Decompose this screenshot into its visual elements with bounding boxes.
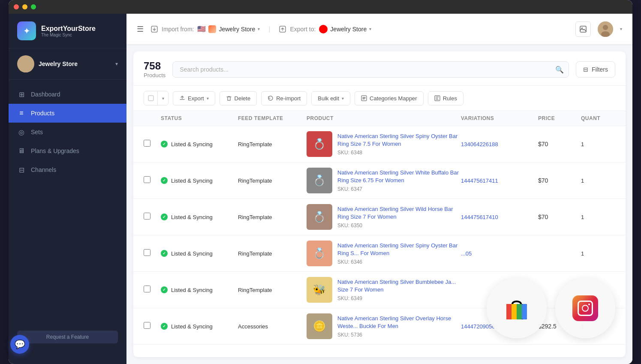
product-info: Native American Sterling Silver White Bu… [337,169,461,192]
price-cell: $292.5 [538,323,581,330]
titlebar [9,0,632,14]
count-number: 758 [144,60,166,72]
product-cell: 💍 Native American Sterling Silver White … [307,168,461,193]
table-row: Listed & Syncing RingTemplate 🐝 Native A… [133,272,626,308]
products-icon: ≡ [17,109,26,117]
request-feature-button[interactable]: Request a Feature [17,331,118,343]
status-label: Listed & Syncing [171,287,213,293]
status-dot [161,286,168,293]
feed-template: RingTemplate [238,141,307,147]
rules-button[interactable]: Rules [428,91,463,105]
product-sku: SKU: 6350 [337,223,461,229]
topbar-right: ▾ [575,21,622,37]
product-thumbnail: 💍 [307,131,332,157]
import-store-selector[interactable]: 🇺🇸 Jewelry Store ▾ [197,25,260,33]
sidebar-store[interactable]: Jewelry Store ▾ [9,48,126,80]
checkbox-arrow-icon[interactable]: ▾ [158,91,168,105]
export-button[interactable]: Export ▾ [173,91,215,105]
product-name-link[interactable]: Native American Sterling Silver White Bu… [337,169,461,184]
user-avatar-topbar[interactable] [598,21,613,37]
export-store-icon [319,25,328,33]
sidebar-item-dashboard[interactable]: ⊞ Dashboard [9,85,126,104]
product-info: Native American Sterling Silver Overlay … [337,315,461,338]
toolbar: ▾ Export ▾ Delete Re-import [133,86,626,111]
filters-button[interactable]: ⊟ Filters [576,61,615,78]
product-name-link[interactable]: Native American Sterling Silver Spiny Oy… [337,242,461,257]
product-cell: 💍 Native American Sterling Silver Spiny … [307,131,461,157]
row-checkbox[interactable] [144,322,161,331]
feed-template: Accessories [238,323,307,330]
sidebar-item-plans[interactable]: 🖥 Plans & Upgrades [9,141,126,160]
feed-template: RingTemplate [238,287,307,293]
status-label: Listed & Syncing [171,177,213,184]
sidebar-item-sets[interactable]: ◎ Sets [9,123,126,141]
col-product: Product [307,115,461,121]
variation-link[interactable]: 134064226188 [461,141,538,147]
sidebar-item-label: Products [31,110,54,117]
import-chevron-icon: ▾ [258,27,260,31]
product-name-link[interactable]: Native American Sterling Silver Wild Hor… [337,205,461,221]
col-checkbox [144,115,161,121]
checkbox-dropdown[interactable]: ▾ [144,91,169,105]
price-cell: $70 [538,177,581,184]
status-cell: Listed & Syncing [161,286,238,293]
product-sku: SKU: 6346 [337,259,461,265]
product-cell: 💍 Native American Sterling Silver Spiny … [307,241,461,266]
product-name-link[interactable]: Native American Sterling Silver Overlay … [337,315,461,330]
export-section: Export to: Jewelry Store ▾ [279,25,371,33]
sets-icon: ◎ [17,128,26,136]
variation-link[interactable]: 144472090502 [461,323,538,330]
row-checkbox[interactable] [144,249,161,258]
feed-template: RingTemplate [238,250,307,257]
product-name-link[interactable]: Native American Sterling Silver Spiny Oy… [337,132,461,148]
qty-cell: 1 [581,250,615,257]
product-sku: SKU: 6347 [337,186,461,192]
row-checkbox[interactable] [144,176,161,185]
row-checkbox[interactable] [144,286,161,294]
product-thumbnail: 🪙 [307,313,332,339]
product-name-link[interactable]: Native American Sterling Silver Bumblebe… [337,278,461,294]
col-status: Status [161,115,238,121]
categories-mapper-button[interactable]: Categories Mapper [355,91,424,105]
count-label: Products [144,72,166,78]
sidebar-store-name: Jewelry Store [39,60,111,67]
product-thumbnail: 💍 [307,241,332,266]
svg-point-7 [603,25,608,30]
table-row: Listed & Syncing RingTemplate 💍 Native A… [133,199,626,235]
product-thumbnail: 💍 [307,168,332,193]
checkbox-box[interactable] [144,91,158,105]
row-checkbox[interactable] [144,213,161,221]
delete-button[interactable]: Delete [220,91,257,105]
reimport-button[interactable]: Re-import [261,91,307,105]
topbar-image-button[interactable] [575,21,591,37]
bulk-edit-button[interactable]: Bulk edit ▾ [311,91,350,105]
status-cell: Listed & Syncing [161,141,238,147]
sidebar-item-label: Dashboard [31,91,60,98]
search-input[interactable] [172,61,569,78]
row-checkbox[interactable] [144,140,161,148]
variation-link[interactable]: 144475617411 [461,177,538,184]
chat-button[interactable]: 💬 [10,335,29,354]
product-info: Native American Sterling Silver Spiny Oy… [337,242,461,265]
channels-icon: ⊟ [17,165,26,174]
sidebar-item-channels[interactable]: ⊟ Channels [9,160,126,179]
variation-link[interactable]: ...05 [461,250,538,257]
sidebar-nav: ⊞ Dashboard ≡ Products ◎ Sets 🖥 Plans & … [9,80,126,325]
flag-icon: 🇺🇸 [197,25,206,33]
maximize-dot[interactable] [31,4,36,9]
user-chevron-icon[interactable]: ▾ [620,27,622,31]
export-store-selector[interactable]: Jewelry Store ▾ [319,25,371,33]
svg-rect-9 [148,96,153,101]
product-cell: 🐝 Native American Sterling Silver Bumble… [307,277,461,303]
export-store-name: Jewelry Store [330,26,367,33]
close-dot[interactable] [14,4,19,9]
price-cell: $70 [538,214,581,220]
product-info: Native American Sterling Silver Bumblebe… [337,278,461,301]
minimize-dot[interactable] [22,4,27,9]
status-label: Listed & Syncing [171,214,213,220]
sidebar-item-products[interactable]: ≡ Products [9,104,126,123]
logo-subtitle: The Magic Sync [41,33,96,37]
variation-link[interactable]: 144475617410 [461,214,538,220]
menu-icon[interactable]: ☰ [137,24,144,34]
chevron-down-icon: ▾ [115,61,118,67]
